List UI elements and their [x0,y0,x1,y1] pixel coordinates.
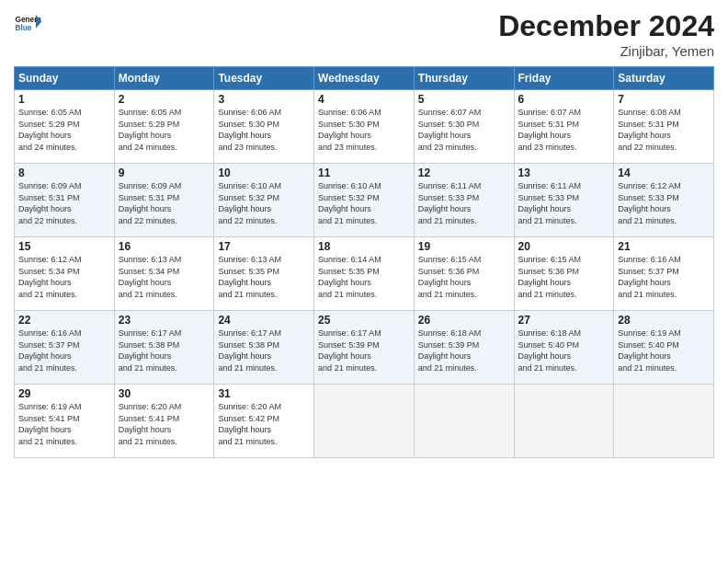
week-row-5: 29Sunrise: 6:19 AMSunset: 5:41 PMDayligh… [15,385,714,458]
day-number: 28 [618,314,710,327]
day-cell [514,385,614,458]
day-number: 25 [318,314,410,327]
day-info: Sunrise: 6:09 AMSunset: 5:31 PMDaylight … [18,180,110,226]
day-info: Sunrise: 6:06 AMSunset: 5:30 PMDaylight … [218,107,310,153]
day-number: 17 [218,240,310,253]
logo-icon: General Blue [14,9,41,37]
day-info: Sunrise: 6:17 AMSunset: 5:38 PMDaylight … [119,327,210,373]
day-number: 7 [618,93,710,106]
header-cell-tuesday: Tuesday [214,67,314,90]
day-number: 12 [418,167,510,179]
day-info: Sunrise: 6:05 AMSunset: 5:29 PMDaylight … [18,107,110,153]
day-cell: 19Sunrise: 6:15 AMSunset: 5:36 PMDayligh… [414,237,514,311]
day-cell: 11Sunrise: 6:10 AMSunset: 5:32 PMDayligh… [314,164,415,237]
day-cell [614,385,714,458]
day-number: 3 [218,93,310,106]
day-number: 24 [218,314,310,327]
day-info: Sunrise: 6:17 AMSunset: 5:39 PMDaylight … [318,327,410,373]
day-info: Sunrise: 6:07 AMSunset: 5:30 PMDaylight … [418,107,510,153]
day-cell: 31Sunrise: 6:20 AMSunset: 5:42 PMDayligh… [214,385,314,458]
day-cell: 3Sunrise: 6:06 AMSunset: 5:30 PMDaylight… [214,90,314,164]
header-row: SundayMondayTuesdayWednesdayThursdayFrid… [15,67,714,90]
day-number: 29 [18,387,110,400]
header-cell-wednesday: Wednesday [314,67,415,90]
day-info: Sunrise: 6:14 AMSunset: 5:35 PMDaylight … [318,254,410,300]
day-info: Sunrise: 6:16 AMSunset: 5:37 PMDaylight … [618,254,710,300]
day-number: 10 [218,167,310,179]
day-cell: 15Sunrise: 6:12 AMSunset: 5:34 PMDayligh… [15,237,115,311]
day-cell: 30Sunrise: 6:20 AMSunset: 5:41 PMDayligh… [114,385,214,458]
day-info: Sunrise: 6:15 AMSunset: 5:36 PMDaylight … [518,254,610,300]
day-number: 4 [318,93,410,106]
day-info: Sunrise: 6:11 AMSunset: 5:33 PMDaylight … [418,180,510,226]
week-row-4: 22Sunrise: 6:16 AMSunset: 5:37 PMDayligh… [15,311,714,385]
header-cell-saturday: Saturday [614,67,714,90]
day-info: Sunrise: 6:12 AMSunset: 5:33 PMDaylight … [618,180,710,226]
day-number: 13 [518,167,610,179]
day-cell [414,385,514,458]
calendar-table: SundayMondayTuesdayWednesdayThursdayFrid… [14,66,714,458]
day-info: Sunrise: 6:05 AMSunset: 5:29 PMDaylight … [119,107,210,153]
day-number: 23 [119,314,210,327]
day-number: 30 [119,387,210,400]
header-cell-thursday: Thursday [414,67,514,90]
day-cell: 12Sunrise: 6:11 AMSunset: 5:33 PMDayligh… [414,164,514,237]
day-info: Sunrise: 6:12 AMSunset: 5:34 PMDaylight … [18,254,110,300]
page-header: General Blue December 2024 Zinjibar, Yem… [14,9,714,59]
week-row-2: 8Sunrise: 6:09 AMSunset: 5:31 PMDaylight… [15,164,714,237]
day-number: 11 [318,167,410,179]
day-cell: 7Sunrise: 6:08 AMSunset: 5:31 PMDaylight… [614,90,714,164]
day-number: 15 [18,240,110,253]
day-info: Sunrise: 6:13 AMSunset: 5:35 PMDaylight … [218,254,310,300]
day-info: Sunrise: 6:11 AMSunset: 5:33 PMDaylight … [518,180,610,226]
day-info: Sunrise: 6:09 AMSunset: 5:31 PMDaylight … [119,180,210,226]
day-number: 19 [418,240,510,253]
day-number: 26 [418,314,510,327]
svg-text:Blue: Blue [16,24,32,32]
day-info: Sunrise: 6:19 AMSunset: 5:41 PMDaylight … [18,401,110,447]
day-info: Sunrise: 6:20 AMSunset: 5:41 PMDaylight … [119,401,210,447]
day-number: 21 [618,240,710,253]
day-cell: 25Sunrise: 6:17 AMSunset: 5:39 PMDayligh… [314,311,415,385]
day-number: 6 [518,93,610,106]
day-info: Sunrise: 6:20 AMSunset: 5:42 PMDaylight … [218,401,310,447]
day-cell: 1Sunrise: 6:05 AMSunset: 5:29 PMDaylight… [15,90,115,164]
day-info: Sunrise: 6:16 AMSunset: 5:37 PMDaylight … [18,327,110,373]
day-info: Sunrise: 6:07 AMSunset: 5:31 PMDaylight … [518,107,610,153]
day-info: Sunrise: 6:19 AMSunset: 5:40 PMDaylight … [618,327,710,373]
day-cell [314,385,415,458]
day-cell: 5Sunrise: 6:07 AMSunset: 5:30 PMDaylight… [414,90,514,164]
week-row-3: 15Sunrise: 6:12 AMSunset: 5:34 PMDayligh… [15,237,714,311]
day-info: Sunrise: 6:15 AMSunset: 5:36 PMDaylight … [418,254,510,300]
header-cell-monday: Monday [114,67,214,90]
day-number: 9 [119,167,210,179]
day-info: Sunrise: 6:17 AMSunset: 5:38 PMDaylight … [218,327,310,373]
day-cell: 14Sunrise: 6:12 AMSunset: 5:33 PMDayligh… [614,164,714,237]
logo: General Blue [14,9,41,37]
day-cell: 10Sunrise: 6:10 AMSunset: 5:32 PMDayligh… [214,164,314,237]
day-cell: 24Sunrise: 6:17 AMSunset: 5:38 PMDayligh… [214,311,314,385]
day-cell: 28Sunrise: 6:19 AMSunset: 5:40 PMDayligh… [614,311,714,385]
day-number: 8 [18,167,110,179]
day-number: 20 [518,240,610,253]
day-info: Sunrise: 6:08 AMSunset: 5:31 PMDaylight … [618,107,710,153]
month-title: December 2024 [498,9,714,43]
day-cell: 20Sunrise: 6:15 AMSunset: 5:36 PMDayligh… [514,237,614,311]
day-info: Sunrise: 6:18 AMSunset: 5:39 PMDaylight … [418,327,510,373]
day-number: 2 [119,93,210,106]
day-cell: 26Sunrise: 6:18 AMSunset: 5:39 PMDayligh… [414,311,514,385]
day-cell: 13Sunrise: 6:11 AMSunset: 5:33 PMDayligh… [514,164,614,237]
day-number: 1 [18,93,110,106]
day-cell: 16Sunrise: 6:13 AMSunset: 5:34 PMDayligh… [114,237,214,311]
day-number: 22 [18,314,110,327]
day-cell: 17Sunrise: 6:13 AMSunset: 5:35 PMDayligh… [214,237,314,311]
header-cell-sunday: Sunday [15,67,115,90]
day-info: Sunrise: 6:06 AMSunset: 5:30 PMDaylight … [318,107,410,153]
location: Zinjibar, Yemen [498,43,714,59]
day-cell: 22Sunrise: 6:16 AMSunset: 5:37 PMDayligh… [15,311,115,385]
day-info: Sunrise: 6:10 AMSunset: 5:32 PMDaylight … [318,180,410,226]
day-cell: 18Sunrise: 6:14 AMSunset: 5:35 PMDayligh… [314,237,415,311]
day-cell: 23Sunrise: 6:17 AMSunset: 5:38 PMDayligh… [114,311,214,385]
day-cell: 9Sunrise: 6:09 AMSunset: 5:31 PMDaylight… [114,164,214,237]
header-cell-friday: Friday [514,67,614,90]
